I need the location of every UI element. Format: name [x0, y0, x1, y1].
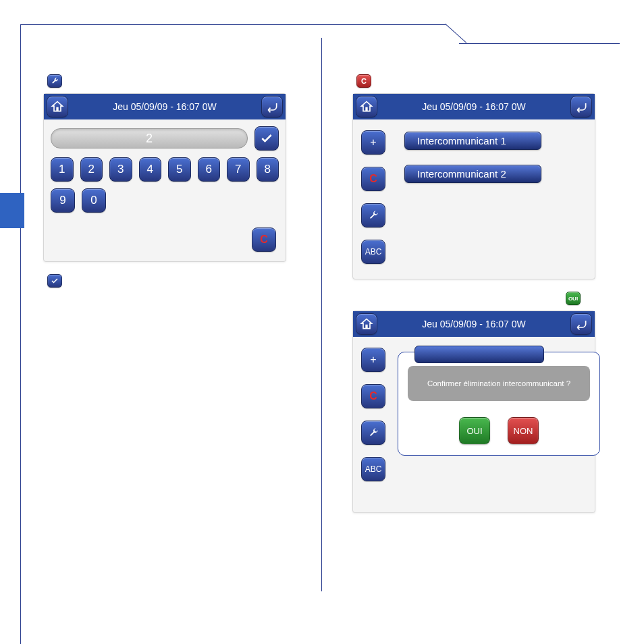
oui-chip-icon: OUI — [566, 292, 581, 305]
check-icon — [47, 274, 62, 288]
page-frame-top — [20, 24, 620, 45]
home-icon[interactable] — [47, 96, 68, 117]
back-icon[interactable] — [570, 313, 592, 335]
delete-button[interactable]: C — [361, 384, 385, 408]
back-icon[interactable] — [261, 96, 283, 117]
right-step-1: C — [356, 74, 609, 88]
digit-1[interactable]: 1 — [51, 157, 74, 182]
right-step-2: OUI — [356, 292, 581, 305]
confirm-no-button[interactable]: NON — [508, 417, 539, 444]
digit-3[interactable]: 3 — [109, 157, 132, 182]
digit-2[interactable]: 2 — [80, 157, 103, 182]
abc-button[interactable]: ABC — [361, 240, 385, 264]
titlebar: Jeu 05/09/09 - 16:07 0W — [353, 311, 595, 337]
add-button[interactable]: + — [361, 348, 385, 372]
keypad-row-2: 9 0 — [51, 188, 279, 213]
digit-4[interactable]: 4 — [139, 157, 162, 182]
confirm-check-button[interactable] — [254, 126, 279, 151]
intercom-item-2[interactable]: Intercommunicant 2 — [404, 165, 541, 183]
clear-button[interactable]: C — [252, 227, 276, 252]
titlebar-text: Jeu 05/09/09 - 16:07 0W — [377, 319, 570, 329]
keypad-row-1: 1 2 3 4 5 6 7 8 — [51, 157, 279, 182]
digit-8[interactable]: 8 — [257, 157, 279, 182]
digit-9[interactable]: 9 — [51, 188, 75, 213]
left-step-2 — [47, 274, 293, 288]
left-step-1 — [47, 74, 293, 88]
delete-button[interactable]: C — [361, 167, 385, 191]
abc-button[interactable]: ABC — [361, 457, 385, 481]
digit-0[interactable]: 0 — [82, 188, 106, 213]
numeric-input[interactable]: 2 — [51, 128, 248, 149]
confirm-message: Confirmer élimination intercommunicant ? — [408, 366, 590, 401]
titlebar-text: Jeu 05/09/09 - 16:07 0W — [377, 101, 570, 112]
home-icon[interactable] — [356, 96, 377, 117]
screen-confirm-delete: Jeu 05/09/09 - 16:07 0W + C ABC Confirme… — [352, 311, 595, 513]
titlebar-text: Jeu 05/09/09 - 16:07 0W — [68, 101, 261, 112]
confirm-dialog: Confirmer élimination intercommunicant ?… — [398, 352, 600, 456]
titlebar: Jeu 05/09/09 - 16:07 0W — [353, 94, 595, 119]
digit-6[interactable]: 6 — [198, 157, 221, 182]
add-button[interactable]: + — [361, 130, 385, 155]
tools-button[interactable] — [361, 421, 385, 445]
side-tab — [0, 193, 24, 228]
intercom-item-1[interactable]: Intercommunicant 1 — [404, 132, 541, 150]
tools-button[interactable] — [361, 203, 385, 227]
back-icon[interactable] — [570, 96, 592, 117]
delete-c-icon: C — [356, 74, 371, 88]
page-frame-left — [20, 24, 21, 644]
digit-5[interactable]: 5 — [168, 157, 191, 182]
column-divider — [321, 38, 322, 591]
confirm-yes-button[interactable]: OUI — [459, 417, 490, 444]
wrench-icon — [47, 74, 62, 88]
screen-keypad: Jeu 05/09/09 - 16:07 0W 2 1 2 3 4 5 6 7 … — [43, 93, 286, 262]
titlebar: Jeu 05/09/09 - 16:07 0W — [44, 94, 286, 119]
home-icon[interactable] — [356, 313, 377, 335]
screen-intercom-list: Jeu 05/09/09 - 16:07 0W + C ABC Intercom… — [352, 93, 595, 279]
digit-7[interactable]: 7 — [227, 157, 250, 182]
dialog-title-ghost — [414, 346, 544, 363]
